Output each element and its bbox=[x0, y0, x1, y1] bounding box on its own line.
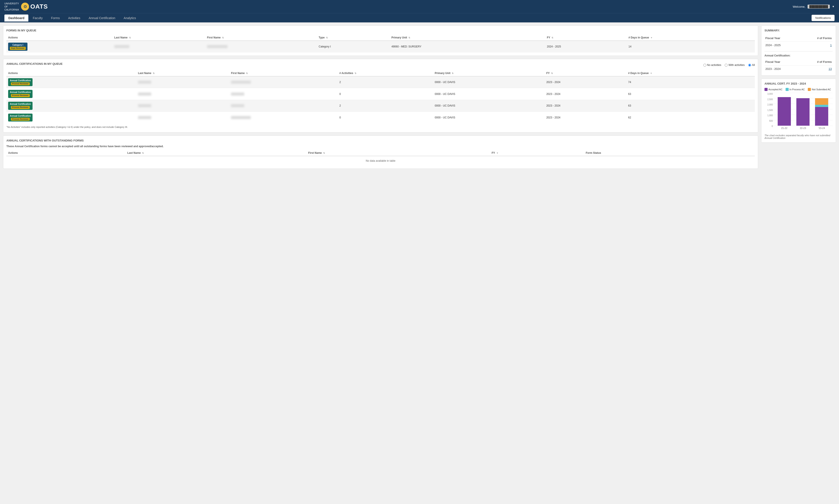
bar-chart-svg: 21-22 22-23 '23-24 bbox=[773, 93, 833, 132]
col-fy[interactable]: FY ⇅ bbox=[545, 70, 626, 76]
activity-filter: No activities With activities All bbox=[703, 64, 755, 67]
y-label-1000: 1,000 bbox=[765, 114, 773, 117]
annual-action-button[interactable]: Annual Certification Provost Reviewer bbox=[8, 78, 33, 86]
bar-21-22-label: 21-22 bbox=[781, 127, 787, 129]
header-right: Welcome, ██████████ ▼ bbox=[793, 5, 835, 8]
days-cell: 63 bbox=[626, 88, 755, 100]
btn-label: Annual Certification bbox=[10, 79, 31, 82]
col-days[interactable]: # Days in Queue ▼ bbox=[626, 70, 755, 76]
summary-row: 2024 - 2025 1 bbox=[765, 42, 833, 49]
btn-label: Annual Certification bbox=[10, 103, 31, 106]
outstanding-forms-card: ANNUAL CERTIFICATIONS WITH OUTSTANDING F… bbox=[3, 136, 758, 169]
col-last-name[interactable]: Last Name ⇅ bbox=[112, 35, 205, 41]
annual-cert-label: Annual Certification: bbox=[765, 54, 833, 57]
bar-22-23-label: 22-23 bbox=[800, 127, 806, 129]
chart-card: ANNUAL CERT. FY 2023 - 2024 Accepted AC … bbox=[761, 79, 836, 143]
col-primary-unit[interactable]: Primary Unit ⇅ bbox=[390, 35, 545, 41]
tab-annual-certification[interactable]: Annual Certification bbox=[85, 15, 119, 21]
category-action-button[interactable]: Category I Dept Reviewer bbox=[8, 42, 28, 51]
app-header: UNIVERSITY OF CALIFORNIA ⊙ OATS Welcome,… bbox=[0, 0, 839, 13]
summary-fy: 2024 - 2025 bbox=[765, 42, 799, 49]
tab-activities[interactable]: Activities bbox=[64, 15, 84, 21]
legend-not-submitted-dot bbox=[808, 88, 811, 91]
filter-all[interactable]: All bbox=[748, 64, 755, 67]
annual-action-button[interactable]: Annual Certification Provost Reviewer bbox=[8, 90, 33, 98]
summary-header-row: Fiscal Year # of Forms bbox=[765, 35, 833, 42]
col-fy: Fiscal Year bbox=[765, 58, 799, 66]
col-first-name[interactable]: First Name ⇅ bbox=[306, 150, 490, 156]
col-last-name[interactable]: Last Name ⇅ bbox=[136, 70, 229, 76]
days-cell: 63 bbox=[626, 100, 755, 112]
annual-action-button[interactable]: Annual Certification Provost Reviewer bbox=[8, 102, 33, 110]
col-fy[interactable]: FY ⇅ bbox=[545, 35, 627, 41]
first-name-cell: ███ bbox=[229, 88, 338, 100]
annual-summary-row: 2023 - 2024 13 bbox=[765, 66, 833, 72]
days-cell: 14 bbox=[627, 41, 755, 53]
outstanding-note: These Annual Certification forms cannot … bbox=[6, 145, 755, 148]
last-name-cell: ████ bbox=[136, 100, 229, 112]
user-name: ██████████ bbox=[807, 5, 830, 8]
last-name-cell: ████ bbox=[136, 76, 229, 88]
user-dropdown-icon[interactable]: ▼ bbox=[832, 5, 835, 8]
legend-in-process: In Process AC bbox=[786, 88, 805, 91]
col-actions[interactable]: Actions bbox=[6, 70, 136, 76]
col-fy[interactable]: FY ▼ bbox=[490, 150, 584, 156]
chart-legend: Accepted AC In Process AC Not Submitted … bbox=[765, 88, 833, 91]
oats-logo: ⊙ OATS bbox=[21, 3, 48, 11]
col-days[interactable]: # Days in Queue ▼ bbox=[627, 35, 755, 41]
chart-container: 3,000 2,500 2,000 1,500 1,000 500 0 bbox=[765, 93, 833, 132]
col-actions[interactable]: Actions bbox=[6, 35, 112, 41]
filter-row: ANNUAL CERTIFICATIONS IN MY QUEUE No act… bbox=[6, 62, 755, 68]
first-name-cell: ███████████ bbox=[205, 41, 317, 53]
col-actions[interactable]: Actions bbox=[6, 150, 125, 156]
col-form-status[interactable]: Form Status bbox=[584, 150, 755, 156]
annual-queue-header-row: Actions Last Name ⇅ First Name ⇅ # Activ… bbox=[6, 70, 755, 76]
summary-count: 1 bbox=[799, 42, 833, 49]
left-column: FORMS IN MY QUEUE Actions Last Name ⇅ Fi… bbox=[3, 25, 758, 169]
table-row: Annual Certification Provost Reviewer ██… bbox=[6, 88, 755, 100]
last-name-cell: ████████ bbox=[112, 41, 205, 53]
legend-in-process-label: In Process AC bbox=[789, 88, 805, 91]
days-cell: 62 bbox=[626, 112, 755, 123]
btn-sub-label: Dept Reviewer bbox=[10, 47, 26, 50]
outstanding-forms-title: ANNUAL CERTIFICATIONS WITH OUTSTANDING F… bbox=[6, 139, 755, 142]
col-last-name[interactable]: Last Name ⇅ bbox=[125, 150, 306, 156]
logo-area: UNIVERSITY OF CALIFORNIA ⊙ OATS bbox=[4, 2, 48, 12]
oats-icon: ⊙ bbox=[21, 3, 29, 11]
legend-in-process-dot bbox=[786, 88, 789, 91]
fy-cell: 2024 - 2025 bbox=[545, 41, 627, 53]
annual-action-button[interactable]: Annual Certification Provost Reviewer bbox=[8, 113, 33, 122]
table-row: Category I Dept Reviewer ████████ ██████… bbox=[6, 41, 755, 53]
filter-no-activities[interactable]: No activities bbox=[703, 64, 721, 67]
tab-analytics[interactable]: Analytics bbox=[120, 15, 140, 21]
y-label-0: 0 bbox=[765, 125, 773, 127]
annual-queue-scroll[interactable]: Actions Last Name ⇅ First Name ⇅ # Activ… bbox=[6, 70, 755, 123]
tab-forms[interactable]: Forms bbox=[47, 15, 64, 21]
university-text: UNIVERSITY OF CALIFORNIA bbox=[4, 2, 19, 12]
col-first-name[interactable]: First Name ⇅ bbox=[229, 70, 338, 76]
action-cell: Annual Certification Provost Reviewer bbox=[6, 76, 136, 88]
filter-with-activities[interactable]: With activities bbox=[725, 64, 745, 67]
app-name: OATS bbox=[30, 3, 48, 10]
bar-23-24-label: '23-24 bbox=[818, 127, 825, 129]
action-cell: Annual Certification Provost Reviewer bbox=[6, 100, 136, 112]
table-row: Annual Certification Provost Reviewer ██… bbox=[6, 76, 755, 88]
legend-accepted: Accepted AC bbox=[765, 88, 783, 91]
tab-faculty[interactable]: Faculty bbox=[29, 15, 47, 21]
activities-cell: 2 bbox=[338, 76, 433, 88]
legend-accepted-label: Accepted AC bbox=[768, 88, 783, 91]
notifications-button[interactable]: Notifications bbox=[811, 15, 835, 21]
activities-cell: 0 bbox=[338, 112, 433, 123]
col-primary-unit[interactable]: Primary Unit ⇅ bbox=[433, 70, 545, 76]
welcome-label: Welcome, bbox=[793, 5, 806, 8]
btn-label: Annual Certification bbox=[10, 91, 31, 94]
chart-title: ANNUAL CERT. FY 2023 - 2024 bbox=[765, 82, 833, 85]
tab-dashboard[interactable]: Dashboard bbox=[4, 15, 28, 21]
primary-unit-cell: 49060 - MED: SURGERY bbox=[390, 41, 545, 53]
col-first-name[interactable]: First Name ⇅ bbox=[205, 35, 317, 41]
outstanding-forms-table: Actions Last Name ⇅ First Name ⇅ FY ▼ Fo… bbox=[6, 150, 755, 165]
col-type[interactable]: Type ⇅ bbox=[317, 35, 390, 41]
col-activities[interactable]: # Activities ⇅ bbox=[338, 70, 433, 76]
outstanding-header-row: Actions Last Name ⇅ First Name ⇅ FY ▼ Fo… bbox=[6, 150, 755, 156]
annual-cert-summary-table: Fiscal Year # of Forms 2023 - 2024 13 bbox=[765, 58, 833, 72]
